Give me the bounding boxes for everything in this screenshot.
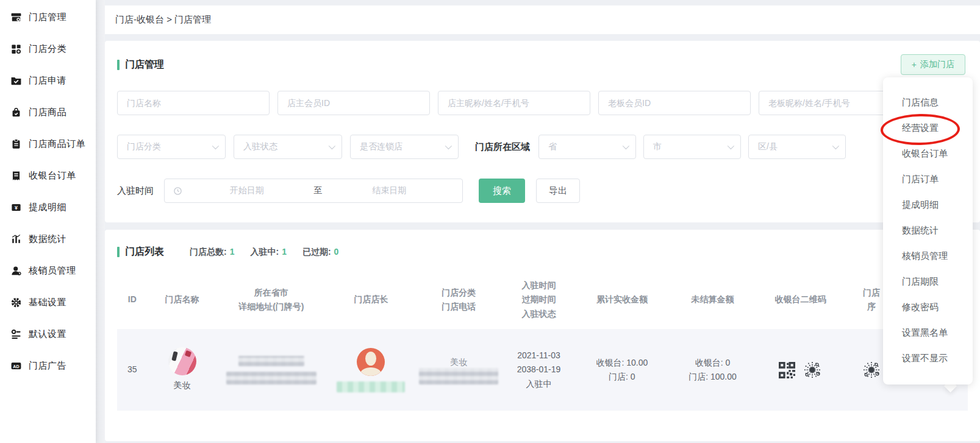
row-category-phone: 美妆 [417,355,501,385]
list-title: 门店列表 [117,246,164,258]
stat-expired: 已过期:0 [302,247,338,258]
settle-status-select[interactable]: 入驻状态 [234,135,342,159]
action-context-menu: 门店信息 经营设置 收银台订单 门店订单 提成明细 数据统计 核销员管理 门店期… [883,77,973,385]
sidebar-item-store-manage[interactable]: 门店管理 [0,1,96,33]
sidebar-item-cashier-orders[interactable]: 收银台订单 [0,160,96,191]
chevron-down-icon [832,143,839,149]
redacted-address-line [226,372,317,385]
date-range-picker[interactable]: 开始日期 至 结束日期 [164,179,463,203]
ad-badge-icon: AD [10,360,22,372]
export-button[interactable]: 导出 [536,179,580,203]
chevron-down-icon [623,143,629,149]
storefront-icon [10,12,22,23]
row-store-name: 美妆 [148,347,217,392]
category-grid-icon [10,43,22,55]
chain-store-select[interactable]: 是否连锁店 [350,135,459,159]
sidebar-item-label: 门店商品订单 [29,138,85,150]
sidebar-item-label: 默认设置 [29,328,66,340]
sidebar-item-label: 门店商品 [29,107,66,118]
sidebar-item-label: 核销员管理 [29,265,76,277]
bar-chart-icon [10,233,22,245]
sidebar-item-commission[interactable]: ¥ 提成明细 [0,191,96,223]
region-label: 门店所在区域 [475,141,530,153]
sidebar-item-store-category[interactable]: 门店分类 [0,33,96,65]
boss-member-id-input[interactable] [598,91,751,115]
stat-total: 门店总数:1 [190,247,234,258]
plus-icon: + [912,60,917,69]
clipboard-icon [10,138,22,150]
svg-text:¥: ¥ [15,205,18,211]
menu-item-statistics[interactable]: 数据统计 [883,218,973,243]
city-select[interactable]: 市 [643,135,741,159]
menu-item-cashier-orders[interactable]: 收银台订单 [883,141,973,166]
owner-member-id-input[interactable] [277,91,430,115]
row-time-status: 2021-11-03 2038-01-19 入驻中 [501,349,577,391]
list-title-text: 门店列表 [125,246,164,258]
menu-item-verifier-manage[interactable]: 核销员管理 [883,243,973,269]
col-store-name: 门店名称 [148,292,217,307]
redacted-manager-name [337,381,405,392]
search-button[interactable]: 搜索 [479,179,525,203]
end-date-placeholder[interactable]: 结束日期 [325,185,454,196]
row-manager [326,348,417,392]
title-accent-bar [117,247,120,257]
chevron-down-icon [329,143,335,149]
sidebar-item-verifier-manage[interactable]: 核销员管理 [0,255,96,286]
store-name-input[interactable] [117,91,270,115]
menu-item-store-orders[interactable]: 门店订单 [883,166,973,192]
gear-icon [10,297,22,308]
join-date: 2021-11-03 [517,349,560,363]
chevron-down-icon [728,143,734,149]
row-address [217,356,326,385]
sidebar-item-statistics[interactable]: 数据统计 [0,223,96,255]
sidebar-item-label: 提成明细 [29,202,66,213]
province-select[interactable]: 省 [538,135,636,159]
miniprogram-code-icon[interactable] [803,360,822,380]
col-unsettled-amount: 未结算金额 [667,292,758,307]
shopping-bag-icon [10,107,22,118]
status-text: 入驻中 [526,377,551,391]
menu-item-commission-detail[interactable]: 提成明细 [883,192,973,218]
store-stats: 门店总数:1 入驻中:1 已过期:0 [190,247,338,258]
yuan-banknote-icon: ¥ [10,202,22,213]
menu-item-business-settings[interactable]: 经营设置 [883,115,973,141]
breadcrumb: 门店-收银台 > 门店管理 [115,14,211,26]
sidebar-item-label: 门店分类 [29,43,66,55]
start-date-placeholder[interactable]: 开始日期 [182,185,312,196]
menu-item-change-password[interactable]: 修改密码 [883,294,973,320]
sidebar-item-default-settings[interactable]: 默认设置 [0,318,96,350]
store-category-select[interactable]: 门店分类 [117,135,226,159]
panel-title-text: 门店管理 [125,58,164,71]
add-store-button[interactable]: + 添加门店 [901,54,965,75]
menu-item-store-term[interactable]: 门店期限 [883,269,973,294]
menu-item-store-info[interactable]: 门店信息 [883,90,973,115]
sidebar-item-label: 门店广告 [29,360,66,372]
col-id: ID [117,292,148,307]
store-manage-panel: 门店管理 + 添加门店 门店分类 入驻状态 是否连锁店 门店所在区域 [105,41,980,222]
sidebar-item-goods-orders[interactable]: 门店商品订单 [0,128,96,160]
sidebar-item-store-ads[interactable]: AD 门店广告 [0,350,96,381]
redacted-phone [419,368,498,385]
sidebar-item-store-apply[interactable]: 门店申请 [0,65,96,96]
menu-item-set-hidden[interactable]: 设置不显示 [883,346,973,371]
manager-avatar [357,348,385,376]
breadcrumb-bar: 门店-收银台 > 门店管理 [105,5,980,34]
sidebar-item-basic-settings[interactable]: 基础设置 [0,286,96,318]
col-manager: 门店店长 [326,292,417,307]
miniprogram-code-icon[interactable] [862,360,881,380]
qr-code-icon[interactable] [779,362,795,378]
chevron-down-icon [212,143,219,149]
title-accent-bar [117,60,120,70]
owner-nickname-input[interactable] [438,91,590,115]
store-avatar [168,347,196,375]
district-select[interactable]: 区/县 [748,135,846,159]
table-header-row: ID 门店名称 所在省市详细地址(门牌号) 门店店长 门店分类门店电话 入驻时间… [117,272,968,328]
person-icon [10,265,22,277]
col-cashier-qrcode: 收银台二维码 [758,292,843,307]
join-time-label: 入驻时间 [117,185,154,197]
sidebar-item-label: 门店申请 [29,75,66,87]
date-range-to-label: 至 [312,185,325,196]
menu-item-set-blacklist[interactable]: 设置黑名单 [883,320,973,346]
sidebar-item-store-goods[interactable]: 门店商品 [0,96,96,128]
panel-title: 门店管理 [117,58,164,71]
